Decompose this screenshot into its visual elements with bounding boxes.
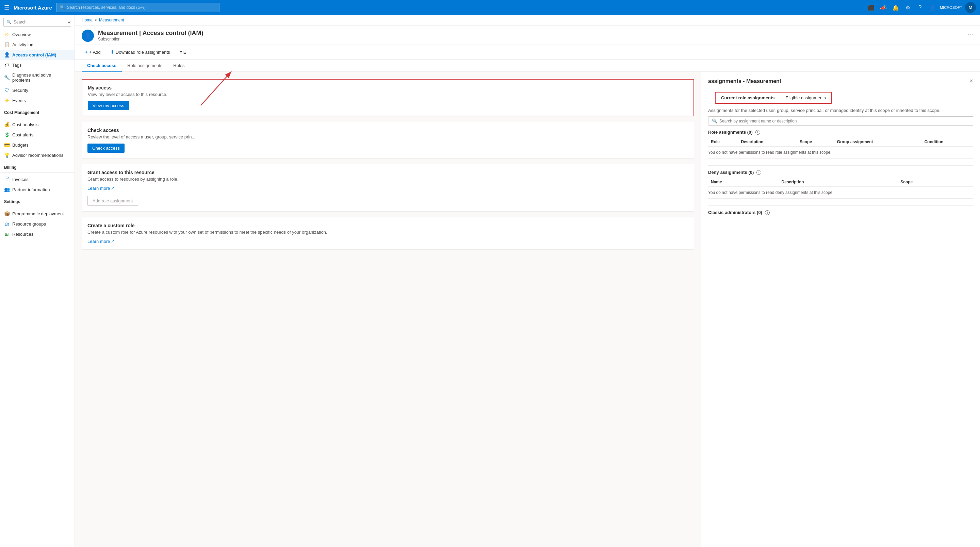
my-access-description: View my level of access to this resource… (88, 92, 688, 97)
classic-admins-label: Classic administrators (0) (708, 210, 762, 215)
custom-role-learn-more[interactable]: Learn more ↗ (88, 239, 115, 244)
custom-role-title: Create a custom role (88, 223, 688, 228)
sidebar-item-budgets[interactable]: 💳 Budgets (0, 140, 75, 150)
role-assignments-info-icon[interactable]: i (756, 130, 760, 135)
sidebar-item-activity-log[interactable]: 📋 Activity log (0, 40, 75, 50)
feedback-icon[interactable]: 📣 (878, 3, 888, 12)
check-access-title: Check access (88, 127, 688, 133)
global-search-input[interactable] (67, 5, 216, 10)
add-role-assignment-button[interactable]: Add role assignment (88, 196, 138, 206)
breadcrumb-home[interactable]: Home (82, 18, 92, 22)
panel-search[interactable]: 🔍 (708, 116, 973, 126)
role-assignments-label: Role assignments (0) (708, 130, 753, 135)
budgets-icon: 💳 (4, 142, 10, 148)
tab-role-assignments[interactable]: Role assignments (122, 59, 168, 72)
nav-icons: ⬛ 📣 🔔 ⚙ ? 👤 MICROSOFT M (866, 2, 976, 13)
tab-check-access-label: Check access (87, 63, 116, 68)
sidebar-item-label: Budgets (12, 143, 29, 148)
col-group-assignment: Group assignment (834, 137, 922, 146)
check-access-button[interactable]: Check access (88, 143, 124, 153)
global-search[interactable]: 🔍 (56, 3, 220, 12)
partner-info-icon: 👥 (4, 187, 10, 192)
col-description: Description (738, 137, 797, 146)
diagnose-icon: 🔧 (4, 75, 10, 80)
classic-admins-info-icon[interactable]: i (765, 210, 770, 215)
billing-section-label: Billing (0, 160, 75, 171)
download-icon: ⬇ (110, 49, 115, 55)
sidebar-item-resource-groups[interactable]: 🗂 Resource groups (0, 219, 75, 229)
sidebar-collapse-btn[interactable]: « (68, 19, 71, 25)
role-assignments-section: Role assignments (0) i Role Description … (708, 130, 973, 159)
col-name: Name (708, 178, 779, 187)
col-scope: Scope (797, 137, 834, 146)
settings-icon[interactable]: ⚙ (903, 3, 913, 12)
billing-divider (0, 172, 75, 173)
help-icon[interactable]: ? (915, 3, 925, 12)
cost-divider (0, 118, 75, 118)
add-button[interactable]: + + Add (82, 48, 104, 56)
sidebar-item-invoices[interactable]: 📄 Invoices (0, 174, 75, 184)
deny-assignments-info-icon[interactable]: i (756, 170, 761, 175)
my-access-title: My access (88, 85, 688, 91)
tab-check-access[interactable]: Check access (82, 59, 122, 72)
page-title: Measurement | Access control (IAM) (98, 30, 203, 37)
sidebar-item-tags[interactable]: 🏷 Tags (0, 60, 75, 70)
events-icon: ⚡ (4, 98, 10, 103)
page-subtitle: Subscription (98, 37, 203, 41)
breadcrumb-current[interactable]: Measurement (99, 18, 124, 22)
sidebar-item-partner-info[interactable]: 👥 Partner information (0, 184, 75, 195)
sidebar-search-icon: 🔍 (6, 20, 11, 24)
page-header: 👤 Measurement | Access control (IAM) Sub… (75, 25, 980, 45)
deny-assignments-table: Name Description Scope (708, 178, 973, 187)
panel-search-input[interactable] (719, 119, 969, 124)
tab-roles-label: Roles (173, 63, 185, 68)
sidebar-item-events[interactable]: ⚡ Events (0, 95, 75, 105)
sidebar-item-diagnose[interactable]: 🔧 Diagnose and solve problems (0, 70, 75, 85)
invoices-icon: 📄 (4, 177, 10, 182)
user-menu-icon[interactable]: 👤 (928, 3, 937, 12)
resource-groups-icon: 🗂 (4, 221, 10, 227)
user-label[interactable]: MICROSOFT (940, 5, 962, 10)
view-my-access-button[interactable]: View my access (88, 101, 129, 110)
sidebar-search-box[interactable]: 🔍 « (3, 18, 71, 27)
app-layout: 🔍 « ⊙ Overview 📋 Activity log 👤 Access c… (0, 15, 980, 547)
activity-log-icon: 📋 (4, 42, 10, 47)
sidebar-item-iam[interactable]: 👤 Access control (IAM) (0, 50, 75, 60)
sidebar-item-label: Invoices (12, 177, 29, 182)
right-panel-close-button[interactable]: × (969, 78, 973, 85)
role-assignments-header: Role assignments (0) i (708, 130, 973, 135)
sidebar-item-cost-analysis[interactable]: 💰 Cost analysis (0, 119, 75, 130)
sidebar: 🔍 « ⊙ Overview 📋 Activity log 👤 Access c… (0, 15, 75, 547)
sidebar-item-overview[interactable]: ⊙ Overview (0, 29, 75, 40)
sidebar-item-resources[interactable]: ⊞ Resources (0, 229, 75, 239)
page-header-more-icon[interactable]: … (967, 30, 973, 37)
cost-alerts-icon: 💲 (4, 132, 10, 137)
add-label: + Add (89, 50, 101, 55)
avatar[interactable]: M (965, 2, 976, 13)
panel-tab-current-role[interactable]: Current role assignments (716, 92, 780, 103)
sidebar-item-label: Overview (12, 32, 30, 37)
panel-tab-eligible[interactable]: Eligible assignments (780, 92, 832, 103)
hamburger-icon[interactable]: ☰ (4, 4, 10, 11)
more-button[interactable]: ≡ E (176, 48, 190, 56)
sidebar-item-programmatic[interactable]: 📦 Programmatic deployment (0, 208, 75, 219)
tab-roles[interactable]: Roles (168, 59, 190, 72)
classic-admins-header: Classic administrators (0) i (708, 210, 973, 215)
download-button[interactable]: ⬇ Download role assignments (107, 48, 173, 56)
col-role: Role (708, 137, 738, 146)
col-deny-description: Description (779, 178, 898, 187)
app-logo: Microsoft Azure (14, 5, 52, 11)
sidebar-item-advisor[interactable]: 💡 Advisor recommendations (0, 150, 75, 160)
cloud-shell-icon[interactable]: ⬛ (866, 3, 876, 12)
notifications-icon[interactable]: 🔔 (891, 3, 900, 12)
sidebar-item-cost-alerts[interactable]: 💲 Cost alerts (0, 130, 75, 140)
grant-access-learn-more[interactable]: Learn more ↗ (88, 186, 115, 191)
content-with-panel: My access View my level of access to thi… (75, 72, 980, 547)
cost-management-section-label: Cost Management (0, 105, 75, 116)
sidebar-item-security[interactable]: 🛡 Security (0, 85, 75, 95)
custom-role-description: Create a custom role for Azure resources… (88, 230, 688, 235)
role-assignments-no-permission: You do not have permissions to read role… (708, 146, 973, 159)
sidebar-item-label: Resource groups (12, 221, 46, 227)
sidebar-search-input[interactable] (14, 20, 65, 24)
deny-assignments-no-permission: You do not have permissions to read deny… (708, 187, 973, 199)
